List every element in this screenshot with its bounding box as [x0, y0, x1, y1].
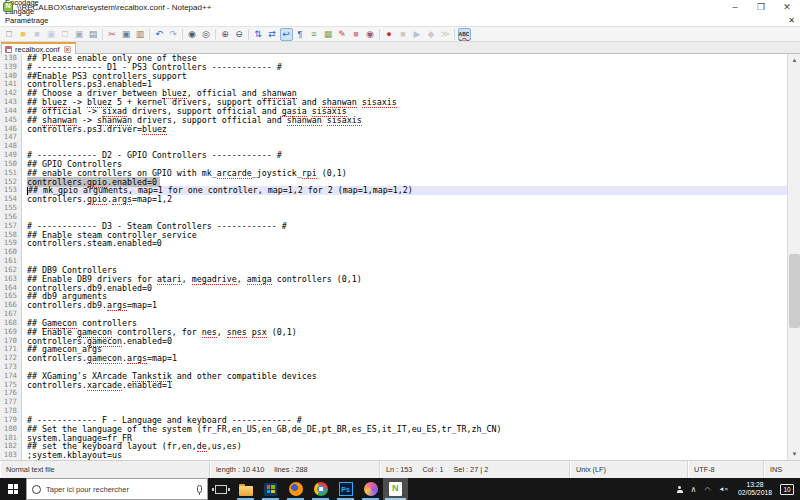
folder-workspace-icon[interactable]: ■	[350, 28, 363, 41]
scrollbar-thumb[interactable]	[789, 254, 800, 328]
sync-horizontal-icon[interactable]: ⇄	[266, 28, 279, 41]
scroll-up-arrow[interactable]: ▲	[788, 54, 800, 66]
notepad-plus-plus-button[interactable]	[383, 478, 408, 500]
notification-center-icon[interactable]: 10	[780, 484, 794, 495]
replace-icon[interactable]: ◎	[200, 28, 213, 41]
editor-line-164[interactable]: 164controllers.db9.enabled=0	[0, 284, 787, 293]
file-explorer-icon	[239, 486, 253, 496]
editor-line-170[interactable]: 170controllers.gamecon.enabled=0	[0, 337, 787, 346]
notepad-plus-plus-icon	[3, 2, 13, 12]
toolbar-separator	[454, 29, 455, 40]
open-file-icon[interactable]: ■	[17, 28, 30, 41]
macro-save-icon[interactable]: ◆	[425, 28, 438, 41]
misspelled-word: args	[127, 353, 147, 364]
editor-line-159[interactable]: 159controllers.steam.enabled=0	[0, 239, 787, 248]
zoom-in-icon[interactable]: ⊕	[219, 28, 232, 41]
taskbar-clock[interactable]: 13:28 02/05/2018	[732, 481, 778, 497]
macro-run-multi-icon[interactable]: ≫	[439, 28, 452, 41]
line-text	[26, 133, 27, 142]
misspelled-word: xarcade	[87, 380, 122, 391]
vertical-scrollbar[interactable]: ▲ ▼	[787, 54, 800, 460]
code-area[interactable]: 138## Please enable only one of these139…	[0, 54, 787, 460]
hidden-icons-chevron[interactable]: ∧	[687, 485, 701, 494]
line-text	[26, 248, 27, 257]
tab-recalbox-conf[interactable]: recalbox.conf ✕	[1, 42, 76, 54]
network-icon[interactable]: ◠	[700, 486, 714, 494]
photoshop-button[interactable]: Ps	[333, 478, 358, 500]
editor-line-176[interactable]: 176	[0, 389, 787, 398]
undo-icon[interactable]: ↶	[153, 28, 166, 41]
misspelled-word: kblayout	[67, 450, 107, 460]
find-icon[interactable]: ◉	[186, 28, 199, 41]
chrome-button[interactable]	[308, 478, 333, 500]
start-button[interactable]	[0, 478, 26, 500]
misspelled-word: gamecon	[87, 353, 122, 364]
editor-line-161[interactable]: 161	[0, 257, 787, 266]
menu-item-param-trage[interactable]: Paramétrage	[0, 16, 56, 25]
doc-type-label: Normal text file	[6, 465, 55, 474]
paint-app-button[interactable]	[358, 478, 383, 500]
toolbar-separator	[248, 29, 249, 40]
document-close-icon[interactable]: ✕	[786, 16, 800, 25]
misspelled-word: arcarde	[217, 168, 252, 179]
minimize-button[interactable]: –	[722, 0, 748, 14]
macro-stop-icon[interactable]: ■	[397, 28, 410, 41]
indent-guide-icon[interactable]: ≡	[308, 28, 321, 41]
close-button[interactable]: ✕	[774, 0, 800, 14]
redo-icon[interactable]: ↷	[167, 28, 180, 41]
editor-area[interactable]: 138## Please enable only one of these139…	[0, 54, 800, 460]
sync-vertical-icon[interactable]: ⇅	[252, 28, 265, 41]
file-explorer-button[interactable]	[233, 478, 258, 500]
new-file-icon[interactable]: □	[3, 28, 16, 41]
toolbar: □■■▣□▣▤✂▣▥↶↷◉◎⊕⊖⇅⇄↩¶≡▦✎■◉●■▶◆≫ABC	[0, 26, 800, 41]
zoom-out-icon[interactable]: ⊖	[233, 28, 246, 41]
editor-line-146[interactable]: 146controllers.ps3.driver=bluez	[0, 125, 787, 134]
editor-line-155[interactable]: 155	[0, 204, 787, 213]
save-all-icon[interactable]: ▣	[45, 28, 58, 41]
misspelled-word: atari	[157, 274, 182, 285]
tab-close-icon[interactable]: ✕	[64, 46, 71, 53]
function-list-icon[interactable]: ✎	[336, 28, 349, 41]
line-text	[26, 389, 27, 398]
misspelled-word: bluez	[142, 124, 167, 135]
save-icon[interactable]: ■	[31, 28, 44, 41]
editor-line-177[interactable]: 177	[0, 398, 787, 407]
close-all-icon[interactable]: ▣	[73, 28, 86, 41]
copy-icon[interactable]: ▣	[120, 28, 133, 41]
monitoring-icon[interactable]: ◉	[364, 28, 377, 41]
show-all-characters-icon[interactable]: ¶	[294, 28, 307, 41]
print-icon[interactable]: ▤	[87, 28, 100, 41]
editor-line-183[interactable]: 183;system.kblayout=us	[0, 451, 787, 460]
firefox-button[interactable]	[283, 478, 308, 500]
misspelled-word: sisaxis	[327, 115, 362, 126]
cut-icon[interactable]: ✂	[106, 28, 119, 41]
people-icon[interactable]	[673, 486, 687, 492]
editor-line-147[interactable]: 147	[0, 133, 787, 142]
title-bar: \\RECALBOX\share\system\recalbox.conf - …	[0, 0, 800, 14]
firefox-icon	[289, 482, 303, 496]
editor-line-175[interactable]: 175controllers.xarcade.enabled=1	[0, 381, 787, 390]
editor-line-172[interactable]: 172controllers.gamecon.args=map=1	[0, 354, 787, 363]
editor-line-154[interactable]: 154controllers.gpio.args=map=1,2	[0, 195, 787, 204]
toolbar-separator	[102, 29, 103, 40]
line-text	[26, 204, 27, 213]
macro-play-icon[interactable]: ▶	[411, 28, 424, 41]
editor-line-166[interactable]: 166controllers.db9.args=map=1	[0, 301, 787, 310]
scroll-down-arrow[interactable]: ▼	[788, 448, 800, 460]
spell-check-icon[interactable]: ABC	[458, 28, 471, 41]
selection-label: Sel : 27 | 2	[453, 465, 488, 474]
word-wrap-icon[interactable]: ↩	[280, 28, 293, 41]
paste-icon[interactable]: ▥	[134, 28, 147, 41]
maximize-button[interactable]: ❐	[748, 0, 774, 14]
close-doc-icon[interactable]: □	[59, 28, 72, 41]
microphone-icon[interactable]	[197, 485, 202, 493]
volume-muted-icon[interactable]: ◄×	[715, 486, 732, 492]
editor-line-160[interactable]: 160	[0, 248, 787, 257]
misspelled-word: nes	[202, 327, 217, 338]
macro-record-icon[interactable]: ●	[383, 28, 396, 41]
taskbar-search-input[interactable]: Taper ici pour rechercher	[26, 478, 208, 500]
task-view-button[interactable]	[208, 478, 233, 500]
doc-map-icon[interactable]: ▦	[322, 28, 335, 41]
line-text: controllers.gamecon.args=map=1	[26, 354, 177, 363]
microsoft-store-button[interactable]	[258, 478, 283, 500]
